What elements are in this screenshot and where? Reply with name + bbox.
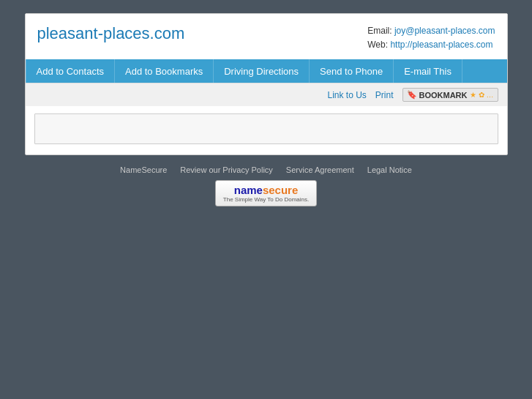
nav-send-to-phone[interactable]: Send to Phone	[310, 59, 394, 83]
print-link[interactable]: Print	[375, 90, 394, 100]
footer-service-agreement[interactable]: Service Agreement	[286, 165, 354, 174]
bookmark-icon: 🔖	[407, 90, 417, 100]
email-label: Email:	[367, 26, 391, 36]
namesecure-tagline: The Simple Way To Do Domains.	[223, 196, 309, 203]
nav-bar: Add to Contacts Add to Bookmarks Driving…	[26, 59, 507, 83]
namesecure-orange: secure	[263, 184, 298, 196]
nav-add-bookmarks[interactable]: Add to Bookmarks	[115, 59, 214, 83]
nav-add-contacts[interactable]: Add to Contacts	[26, 59, 116, 83]
web-label: Web:	[367, 40, 388, 50]
site-title: pleasant-places.com	[37, 24, 185, 43]
web-link[interactable]: http://pleasant-places.com	[390, 40, 492, 50]
nav-driving-directions[interactable]: Driving Directions	[214, 59, 310, 83]
email-link[interactable]: joy@pleasant-places.com	[394, 26, 495, 36]
namesecure-blue: name	[234, 184, 263, 196]
bookmark-label: BOOKMARK	[419, 91, 468, 100]
card-header: pleasant-places.com Email: joy@pleasant-…	[26, 14, 507, 59]
star-icon-3: …	[487, 91, 494, 99]
action-bar: Link to Us Print 🔖 BOOKMARK ★ ✿ …	[26, 83, 507, 106]
star-icon-1: ★	[470, 91, 476, 99]
footer: NameSecure Review our Privacy Policy Ser…	[120, 165, 412, 206]
content-box	[34, 113, 498, 144]
namesecure-name: namesecure	[223, 184, 309, 196]
contact-info: Email: joy@pleasant-places.com Web: http…	[367, 24, 495, 52]
footer-legal-notice[interactable]: Legal Notice	[367, 165, 412, 174]
nav-email-this[interactable]: E-mail This	[394, 59, 462, 83]
footer-links: NameSecure Review our Privacy Policy Ser…	[120, 165, 412, 174]
footer-namesecure[interactable]: NameSecure	[120, 165, 167, 174]
namesecure-badge[interactable]: namesecure The Simple Way To Do Domains.	[215, 180, 317, 206]
star-icon-2: ✿	[479, 91, 484, 99]
footer-privacy-policy[interactable]: Review our Privacy Policy	[180, 165, 273, 174]
bookmark-button[interactable]: 🔖 BOOKMARK ★ ✿ …	[402, 88, 498, 102]
main-card: pleasant-places.com Email: joy@pleasant-…	[25, 13, 508, 155]
link-to-us-link[interactable]: Link to Us	[327, 90, 366, 100]
